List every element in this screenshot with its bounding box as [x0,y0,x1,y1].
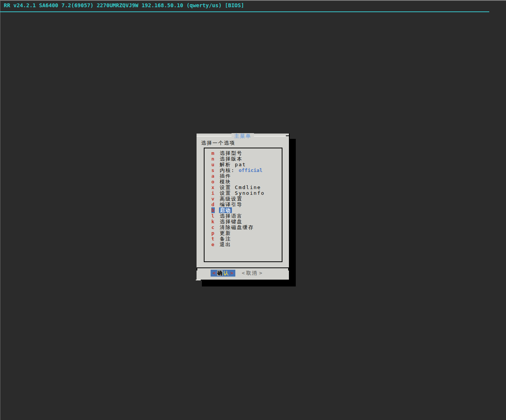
button-separator [197,267,289,268]
confirm-cursor-char: 确 [217,270,223,276]
menu-hotkey: u [211,162,215,167]
dialog-corner-bottom-left [196,280,201,280]
menu-item-parse-pat[interactable]: u解析 pat [205,162,282,167]
menu-hotkey: s [211,167,215,173]
boot-status-text: RR v24.2.1 SA6400 7.2(69057) 2270UMRZQVJ… [4,2,244,8]
menu-label: 编译引导 [220,202,243,207]
confirm-label-rest: 认 [223,270,229,276]
menu-label: 备注 [220,236,231,242]
menu-hotkey: l [211,213,215,219]
menu-item-build[interactable]: d编译引导 [205,202,282,207]
menu-hotkey: e [211,242,215,247]
menu-label: 启动 [219,207,232,213]
menu-item-modules[interactable]: o模块 [205,179,282,185]
menu-item-choose-version[interactable]: n选择版本 [205,156,282,162]
menu-item-update[interactable]: p更新 [205,230,282,236]
menu-hotkey: k [211,219,215,224]
menu-list: m选择型号 n选择版本 u解析 pat s内核: official a插件 o模… [204,148,282,262]
menu-item-boot-selected[interactable]: b启动 [205,207,282,213]
window-frame-top [0,0,506,1]
menu-label: 模块 [220,179,231,185]
confirm-bracket-right: > [229,270,235,276]
menu-hotkey: m [211,150,215,156]
menu-hotkey: o [211,179,215,185]
menu-label: 退出 [220,242,231,247]
dialog-title: 主菜单 [197,133,289,139]
status-underline [0,11,489,12]
menu-hotkey: x [211,185,215,190]
menu-label: 选择键盘 [220,219,243,224]
menu-item-exit[interactable]: e退出 [205,242,282,247]
menu-label: 设置 Cmdline [220,185,261,190]
confirm-bracket-left: < [211,270,217,276]
main-menu-dialog: 主菜单 选择一个选项 m选择型号 n选择版本 u解析 pat s内核: offi… [197,134,290,280]
menu-item-keymap[interactable]: k选择键盘 [205,219,282,224]
menu-item-kernel[interactable]: s内核: official [205,167,282,173]
menu-label: 清除磁盘缓存 [220,224,254,230]
menu-hotkey: c [211,224,215,230]
cancel-button[interactable]: <取消> [240,270,264,277]
menu-label: 插件 [220,173,231,179]
menu-hotkey: n [211,156,215,162]
cancel-bracket-right: > [258,270,264,276]
menu-label: 高级设置 [220,196,243,202]
menu-hotkey: b [211,207,215,213]
menu-label: 设置 Synoinfo [220,190,265,196]
kernel-value: official [239,167,263,173]
menu-hotkey: p [211,230,215,236]
menu-item-advanced[interactable]: v高级设置 [205,196,282,202]
console-screen: RR v24.2.1 SA6400 7.2(69057) 2270UMRZQVJ… [0,0,506,420]
menu-item-language[interactable]: l选择语言 [205,213,282,219]
kernel-label: 内核: [220,167,239,173]
dialog-title-text: 主菜单 [232,133,254,139]
cancel-bracket-left: < [240,270,246,276]
menu-label: 更新 [220,230,231,236]
menu-item-clean-cache[interactable]: c清除磁盘缓存 [205,224,282,230]
menu-label: 选择语言 [220,213,243,219]
menu-label: 内核: official [220,167,262,173]
menu-hotkey: d [211,202,215,207]
dialog-prompt: 选择一个选项 [201,140,235,146]
confirm-button[interactable]: <确认> [211,270,235,277]
menu-item-notes[interactable]: t备注 [205,236,282,242]
menu-label: 解析 pat [220,162,246,167]
menu-label: 选择型号 [220,150,243,156]
menu-hotkey: a [211,173,215,179]
menu-label: 选择版本 [220,156,243,162]
cancel-label: 取消 [246,270,258,276]
menu-item-addons[interactable]: a插件 [205,173,282,179]
menu-item-cmdline[interactable]: x设置 Cmdline [205,185,282,190]
menu-hotkey: i [211,190,215,196]
menu-hotkey: t [211,236,215,242]
menu-item-choose-model[interactable]: m选择型号 [205,150,282,156]
window-frame-left [0,0,0,420]
menu-hotkey: v [211,196,215,202]
menu-item-synoinfo[interactable]: i设置 Synoinfo [205,190,282,196]
